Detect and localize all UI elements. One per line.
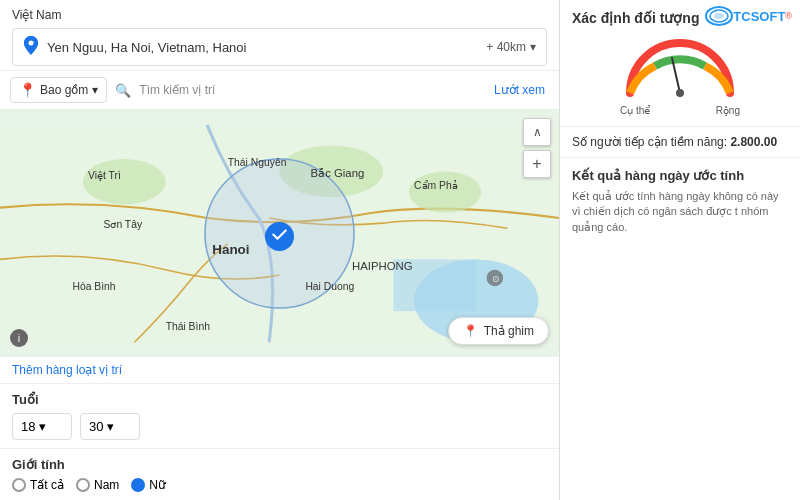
left-panel: Việt Nam Yen Nguu, Ha Noi, Vietnam, Hano…	[0, 0, 560, 500]
age-title: Tuổi	[12, 392, 547, 407]
map-controls: ∧ +	[523, 118, 551, 178]
plus-icon: +	[532, 155, 541, 173]
gender-section: Giới tính Tất cả Nam Nữ	[0, 448, 559, 500]
age-row: 18 ▾ 30 ▾	[12, 413, 547, 440]
tcsoft-text: TCSOFT	[733, 9, 785, 24]
gender-male-option[interactable]: Nam	[76, 478, 119, 492]
search-input[interactable]: Tìm kiếm vị trí	[139, 83, 482, 97]
svg-point-26	[676, 89, 684, 97]
right-panel: TCSOFT ® Xác định đối tượng Cụ thể Rộ	[560, 0, 800, 500]
map-zoom-in-button[interactable]: +	[523, 150, 551, 178]
drop-pin-label: Thả ghim	[484, 324, 534, 338]
gauge-container: Cụ thể Rộng	[572, 34, 788, 120]
svg-text:HAIPHONG: HAIPHONG	[352, 260, 413, 272]
right-header: TCSOFT ® Xác định đối tượng Cụ thể Rộ	[560, 0, 800, 127]
gender-all-label: Tất cả	[30, 478, 64, 492]
age-max-select[interactable]: 30 ▾	[80, 413, 140, 440]
location-text: Yen Nguu, Ha Noi, Vietnam, Hanoi	[47, 40, 478, 55]
map-container[interactable]: Việt Trì Sơn Tây Thái Nguyên Bắc Giang C…	[0, 110, 559, 357]
gender-all-radio	[12, 478, 26, 492]
add-locations-link[interactable]: Thêm hàng loạt vị trí	[0, 357, 559, 383]
svg-text:Thái Bình: Thái Bình	[166, 321, 211, 332]
reach-label: Số người tiếp cận tiềm năng:	[572, 135, 730, 149]
location-header: Việt Nam Yen Nguu, Ha Noi, Vietnam, Hano…	[0, 0, 559, 71]
gender-row: Tất cả Nam Nữ	[12, 478, 547, 492]
location-pin-icon	[23, 35, 39, 59]
chevron-down-icon: ▾	[107, 419, 114, 434]
chevron-down-icon: ▾	[92, 83, 98, 97]
reach-text: Số người tiếp cận tiềm năng: 2.800.00	[560, 127, 800, 158]
results-title: Kết quả hàng ngày ước tính	[572, 168, 788, 183]
map-info-icon[interactable]: i	[10, 329, 28, 347]
gender-female-radio	[131, 478, 145, 492]
tcsoft-logo: TCSOFT ®	[705, 6, 792, 26]
chevron-down-icon: ▾	[530, 40, 536, 54]
svg-text:Sơn Tây: Sơn Tây	[104, 219, 143, 230]
svg-text:Hanoi: Hanoi	[212, 242, 249, 257]
chevron-down-icon: ▾	[39, 419, 46, 434]
gauge-label-left: Cụ thể	[620, 105, 650, 116]
reach-value: 2.800.00	[730, 135, 777, 149]
country-label: Việt Nam	[12, 8, 547, 22]
svg-text:Hai Duong: Hai Duong	[305, 281, 354, 292]
include-label: Bao gồm	[40, 83, 88, 97]
gender-all-option[interactable]: Tất cả	[12, 478, 64, 492]
svg-point-24	[714, 13, 724, 19]
tcsoft-registered: ®	[785, 11, 792, 21]
filter-bar: 📍 Bao gồm ▾ 🔍 Tìm kiếm vị trí Lướt xem	[0, 71, 559, 110]
results-desc: Kết quả ước tính hàng ngày không có này …	[572, 189, 788, 235]
svg-text:Việt Trì: Việt Trì	[88, 170, 121, 181]
include-button[interactable]: 📍 Bao gồm ▾	[10, 77, 107, 103]
browse-button[interactable]: Lướt xem	[490, 79, 549, 101]
gender-male-label: Nam	[94, 478, 119, 492]
age-section: Tuổi 18 ▾ 30 ▾	[0, 383, 559, 448]
map-collapse-button[interactable]: ∧	[523, 118, 551, 146]
pin-icon: 📍	[463, 324, 478, 338]
age-max-value: 30	[89, 419, 103, 434]
svg-text:⊙: ⊙	[492, 274, 500, 284]
gender-female-option[interactable]: Nữ	[131, 478, 166, 492]
svg-point-5	[83, 159, 166, 205]
chevron-up-icon: ∧	[533, 125, 542, 139]
results-section: Kết quả hàng ngày ước tính Kết quả ước t…	[560, 158, 800, 245]
gender-male-radio	[76, 478, 90, 492]
svg-point-7	[409, 171, 481, 212]
svg-text:Bắc Giang: Bắc Giang	[311, 167, 365, 179]
age-min-value: 18	[21, 419, 35, 434]
gauge-label-right: Rộng	[716, 105, 740, 116]
gender-title: Giới tính	[12, 457, 547, 472]
tcsoft-logo-icon	[705, 6, 733, 26]
svg-text:Cẩm Phả: Cẩm Phả	[414, 180, 458, 191]
drop-pin-button[interactable]: 📍 Thả ghim	[448, 317, 549, 345]
search-icon: 🔍	[115, 83, 131, 98]
age-min-select[interactable]: 18 ▾	[12, 413, 72, 440]
svg-text:Thái Nguyên: Thái Nguyên	[228, 157, 287, 168]
svg-text:Hòa Bình: Hòa Bình	[72, 281, 115, 292]
gender-female-label: Nữ	[149, 478, 166, 492]
location-row: Yen Nguu, Ha Noi, Vietnam, Hanoi + 40km …	[12, 28, 547, 66]
gauge-svg	[620, 38, 740, 103]
gauge-labels: Cụ thể Rộng	[620, 105, 740, 116]
location-radius[interactable]: + 40km ▾	[486, 40, 536, 54]
location-green-icon: 📍	[19, 82, 36, 98]
